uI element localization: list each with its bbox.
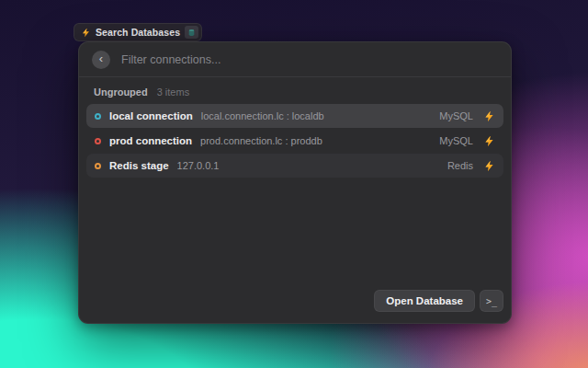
row-title: Redis stage (109, 160, 169, 171)
extension-bolt-icon (483, 160, 495, 172)
extension-bolt-icon (483, 135, 495, 147)
row-db-type: MySQL (439, 110, 473, 121)
row-subtitle: 127.0.0.1 (177, 160, 439, 171)
database-icon (185, 26, 198, 39)
shortcut-keycap[interactable]: >_ (480, 290, 503, 312)
extension-bolt-icon (81, 28, 91, 38)
list-item-redis-stage[interactable]: Redis stage 127.0.0.1 Redis (86, 154, 503, 178)
search-bar: ‹ (79, 42, 511, 77)
back-button[interactable]: ‹ (92, 51, 110, 69)
connection-ring-icon (95, 138, 101, 144)
section-header: Ungrouped 3 items (79, 77, 511, 102)
connection-list: local connection local.connection.lc : l… (79, 102, 511, 179)
row-subtitle: prod.connection.lc : proddb (200, 135, 431, 146)
section-title: Ungrouped (94, 86, 148, 98)
list-item-local-connection[interactable]: local connection local.connection.lc : l… (86, 104, 503, 128)
open-database-button[interactable]: Open Database (374, 290, 475, 312)
launcher-pill[interactable]: Search Databases (74, 23, 202, 41)
row-title: prod connection (109, 135, 192, 146)
row-subtitle: local.connection.lc : localdb (201, 110, 432, 121)
extension-bolt-icon (483, 110, 495, 122)
pill-label: Search Databases (96, 27, 180, 38)
row-title: local connection (109, 110, 193, 121)
action-bar: Open Database >_ (79, 286, 511, 323)
list-item-prod-connection[interactable]: prod connection prod.connection.lc : pro… (86, 129, 503, 153)
chevron-left-icon: ‹ (99, 52, 103, 64)
search-databases-window: ‹ Ungrouped 3 items local connection loc… (78, 41, 512, 324)
empty-area (79, 179, 511, 286)
filter-connections-input[interactable] (121, 53, 498, 66)
connection-ring-icon (95, 113, 101, 120)
section-count: 3 items (157, 86, 189, 98)
row-db-type: Redis (447, 160, 473, 171)
row-db-type: MySQL (439, 135, 473, 146)
connection-ring-icon (95, 163, 101, 169)
